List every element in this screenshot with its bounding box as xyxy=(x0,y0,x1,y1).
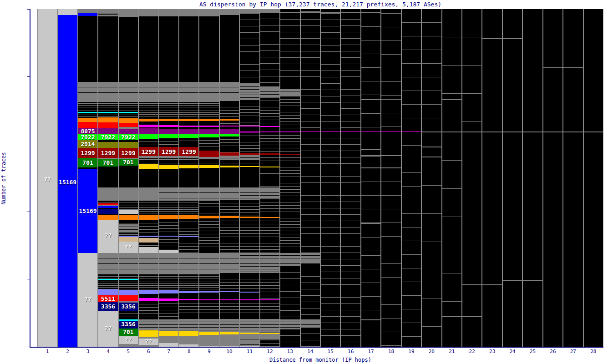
x-tick-label-22: 22 xyxy=(462,349,482,354)
as-segment xyxy=(179,138,198,147)
as-segment xyxy=(159,343,178,347)
as-segment xyxy=(119,275,138,279)
as-segment xyxy=(341,132,360,347)
as-segment xyxy=(199,332,218,335)
as-segment xyxy=(179,82,198,102)
hop-column-3: 807579222914129970115169?? xyxy=(78,9,97,347)
as-segment xyxy=(179,121,198,126)
as-segment xyxy=(139,215,158,220)
as-segment xyxy=(119,123,138,127)
as-segment xyxy=(139,82,158,102)
as-segment xyxy=(119,290,138,295)
as-label-5511: 5511 xyxy=(98,295,117,302)
as-label-??: ?? xyxy=(98,325,117,332)
as-segment xyxy=(159,121,178,125)
as-segment xyxy=(260,86,279,98)
as-segment xyxy=(78,82,97,102)
as-segment xyxy=(98,289,117,295)
as-segment xyxy=(584,9,603,131)
as-segment xyxy=(220,319,239,332)
x-tick-label-11: 11 xyxy=(240,349,260,354)
as-segment xyxy=(462,285,481,316)
hop-column-19 xyxy=(402,9,421,347)
as-segment xyxy=(199,157,218,160)
x-tick-label-6: 6 xyxy=(138,349,158,354)
hop-column-27 xyxy=(563,9,583,347)
as-segment xyxy=(78,113,97,118)
as-segment xyxy=(179,16,198,82)
as-segment xyxy=(159,275,178,290)
x-tick-label-4: 4 xyxy=(98,349,118,354)
as-label-2914: 2914 xyxy=(78,141,97,147)
as-segment xyxy=(260,334,279,340)
as-segment xyxy=(98,187,117,201)
as-segment xyxy=(139,330,158,337)
as-segment xyxy=(119,237,138,242)
as-segment xyxy=(179,134,198,138)
hop-column-5: 79221299701??33563356701?? xyxy=(119,9,138,347)
as-segment xyxy=(98,209,117,214)
as-segment xyxy=(220,187,239,200)
hop-column-16 xyxy=(341,9,360,347)
as-segment xyxy=(361,256,380,319)
as-segment xyxy=(240,300,259,319)
hop-column-24 xyxy=(503,9,522,347)
hop-column-21 xyxy=(442,9,461,347)
as-dispersion-chart: AS dispersion by IP hop (37,237 traces, … xyxy=(0,0,613,364)
as-segment xyxy=(159,134,178,138)
x-tick-label-21: 21 xyxy=(442,349,462,354)
as-segment xyxy=(159,187,178,201)
as-segment xyxy=(523,132,542,280)
as-segment xyxy=(199,16,218,82)
as-segment xyxy=(260,218,279,253)
as-segment xyxy=(402,132,421,347)
as-segment xyxy=(139,319,158,330)
as-segment xyxy=(280,319,299,329)
as-segment xyxy=(240,160,259,166)
as-segment xyxy=(179,168,198,187)
as-label-??: ?? xyxy=(98,232,117,239)
x-tick-label-14: 14 xyxy=(300,349,320,354)
as-segment xyxy=(220,101,239,119)
as-label-1299: 1299 xyxy=(159,148,178,155)
as-segment xyxy=(159,129,178,134)
x-tick-label-16: 16 xyxy=(341,349,361,354)
as-segment xyxy=(119,166,138,187)
as-segment xyxy=(159,169,178,187)
as-segment xyxy=(280,89,299,96)
x-tick-label-25: 25 xyxy=(523,349,543,354)
as-label-701: 701 xyxy=(98,159,117,166)
as-segment xyxy=(119,9,138,17)
as-segment xyxy=(199,218,218,253)
as-segment xyxy=(361,157,380,167)
as-segment xyxy=(98,113,117,117)
as-segment xyxy=(98,117,117,122)
as-segment xyxy=(179,9,198,16)
as-segment xyxy=(159,301,178,319)
as-segment xyxy=(199,319,218,332)
as-segment xyxy=(179,275,198,291)
as-segment xyxy=(179,300,198,319)
as-segment xyxy=(341,13,360,131)
as-segment xyxy=(98,142,117,148)
as-segment xyxy=(260,132,279,153)
as-segment xyxy=(159,82,178,102)
as-segment xyxy=(179,156,198,160)
as-segment xyxy=(321,132,340,347)
as-segment xyxy=(179,215,198,219)
as-segment xyxy=(563,9,583,67)
as-segment xyxy=(280,329,299,347)
x-tick-label-26: 26 xyxy=(543,349,563,354)
as-segment xyxy=(240,346,259,347)
as-segment xyxy=(260,127,279,131)
as-segment xyxy=(78,13,97,16)
as-segment xyxy=(179,129,198,134)
as-segment xyxy=(139,298,158,301)
as-segment xyxy=(199,82,218,102)
as-segment xyxy=(220,334,239,346)
as-segment xyxy=(301,264,320,319)
as-segment xyxy=(199,160,218,165)
as-segment xyxy=(139,128,158,134)
as-segment xyxy=(119,253,138,275)
as-segment xyxy=(482,132,502,284)
